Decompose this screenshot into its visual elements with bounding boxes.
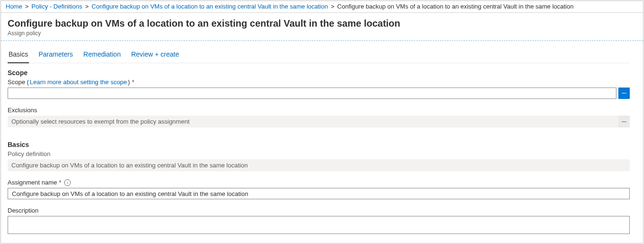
description-textarea[interactable] bbox=[8, 216, 630, 234]
exclusions-picker-button[interactable]: ··· bbox=[618, 116, 630, 127]
breadcrumb-link-policy-definitions[interactable]: Policy - Definitions bbox=[31, 3, 82, 10]
page-subtitle: Assign policy bbox=[8, 30, 636, 37]
tabs: Basics Parameters Remediation Review + c… bbox=[8, 41, 630, 63]
learn-more-scope-link[interactable]: Learn more about setting the scope bbox=[30, 78, 127, 86]
breadcrumb-link-home[interactable]: Home bbox=[6, 3, 22, 10]
chevron-right-icon: > bbox=[85, 3, 89, 10]
basics-heading: Basics bbox=[8, 141, 630, 148]
scope-label: Scope (Learn more about setting the scop… bbox=[8, 78, 630, 86]
chevron-right-icon: > bbox=[25, 3, 29, 10]
required-indicator: * bbox=[59, 179, 61, 186]
breadcrumb: Home > Policy - Definitions > Configure … bbox=[1, 1, 643, 13]
policy-definition-value: Configure backup on VMs of a location to… bbox=[8, 159, 630, 171]
tab-parameters[interactable]: Parameters bbox=[38, 48, 74, 63]
scope-picker-button[interactable]: ··· bbox=[618, 88, 630, 99]
description-label: Description bbox=[8, 207, 630, 214]
assignment-name-label: Assignment name * i bbox=[8, 179, 630, 186]
info-icon[interactable]: i bbox=[64, 179, 71, 186]
tab-remediation[interactable]: Remediation bbox=[83, 48, 122, 63]
page-header: Configure backup on VMs of a location to… bbox=[1, 13, 643, 41]
scope-heading: Scope bbox=[8, 69, 630, 77]
page-title: Configure backup on VMs of a location to… bbox=[8, 18, 636, 29]
chevron-right-icon: > bbox=[331, 3, 334, 10]
content-area: Basics Parameters Remediation Review + c… bbox=[1, 41, 643, 234]
exclusions-placeholder[interactable]: Optionally select resources to exempt fr… bbox=[8, 116, 618, 127]
breadcrumb-current: Configure backup on VMs of a location to… bbox=[337, 3, 574, 10]
breadcrumb-link-configure-backup[interactable]: Configure backup on VMs of a location to… bbox=[92, 3, 328, 10]
tab-review-create[interactable]: Review + create bbox=[130, 48, 180, 63]
scope-input[interactable] bbox=[8, 88, 616, 99]
required-indicator: * bbox=[132, 78, 134, 86]
exclusions-label: Exclusions bbox=[8, 107, 630, 114]
tab-basics[interactable]: Basics bbox=[8, 48, 29, 63]
assignment-name-input[interactable] bbox=[8, 188, 630, 199]
policy-definition-label: Policy definition bbox=[8, 150, 630, 157]
